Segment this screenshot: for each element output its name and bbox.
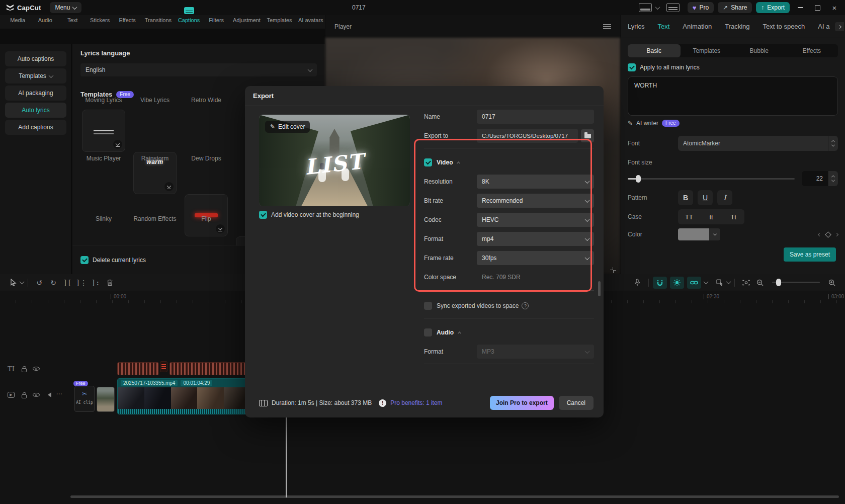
zoom-in-icon[interactable] (825, 277, 839, 289)
preview-cursor-icon[interactable] (713, 277, 727, 289)
tab-tracking[interactable]: Tracking (725, 23, 749, 30)
more-options-icon[interactable]: ⋯ (54, 389, 64, 399)
caption-clip[interactable] (170, 362, 251, 375)
checkbox-checked-icon[interactable] (259, 211, 267, 219)
delete-current-lyrics-label: Delete current lyrics (93, 257, 146, 264)
sidebar-item-templates[interactable]: Templates (5, 68, 66, 83)
edit-cover-button[interactable]: ✎ Edit cover (265, 121, 310, 133)
subtab-templates[interactable]: Templates (681, 44, 733, 57)
underline-button[interactable]: U (698, 190, 713, 205)
link-dropdown-icon[interactable] (704, 279, 709, 284)
template-card[interactable] (82, 110, 125, 152)
subtab-effects[interactable]: Effects (786, 44, 838, 57)
name-input[interactable]: 0717 (477, 110, 594, 124)
ai-writer-button[interactable]: ✎ AI writer Free (628, 120, 680, 127)
audio-format-row: Format MP3 (424, 345, 594, 359)
maximize-button[interactable] (811, 0, 824, 15)
redo-icon[interactable]: ↻ (46, 277, 60, 289)
tab-lyrics[interactable]: Lyrics (628, 23, 644, 30)
tab-ai-avatars[interactable]: AI a (818, 23, 829, 30)
player-menu-icon[interactable] (603, 24, 611, 29)
add-cover-row: Add video cover at the beginning (259, 211, 359, 219)
export-button[interactable]: ↑ Export (756, 2, 790, 13)
select-tool-icon[interactable] (6, 277, 20, 289)
zoom-out-icon[interactable] (753, 277, 767, 289)
video-clip[interactable]: 20250717-103355.mp4 00:01:04:29 (117, 378, 251, 414)
auto-split-icon[interactable] (670, 277, 684, 289)
menu-button[interactable]: Menu (50, 2, 81, 13)
link-clips-icon[interactable] (687, 277, 701, 289)
slider-handle[interactable] (776, 279, 781, 286)
case-lower-button[interactable]: tt (700, 209, 722, 224)
checkbox-unchecked-icon[interactable] (424, 302, 432, 310)
checkbox-checked-icon[interactable] (628, 63, 636, 71)
subtab-basic[interactable]: Basic (628, 44, 681, 57)
save-as-preset-button[interactable]: Save as preset (784, 247, 836, 262)
sidebar-item-ai-packaging[interactable]: AI packaging (5, 86, 66, 101)
split-right-icon[interactable]: ]: (89, 277, 103, 289)
font-stepper[interactable] (828, 136, 838, 151)
font-select[interactable]: AtomicMarker (678, 136, 828, 151)
tabs-overflow-button[interactable] (835, 22, 844, 31)
preview-dropdown-icon[interactable] (726, 279, 731, 284)
tab-text-to-speech[interactable]: Text to speech (763, 23, 805, 30)
sidebar-item-add-captions[interactable]: Add captions (5, 120, 66, 135)
cancel-button[interactable]: Cancel (559, 396, 594, 410)
minimize-button[interactable] (794, 0, 807, 15)
caption-clip[interactable] (117, 362, 159, 375)
split-left-icon[interactable]: ]⋮ (74, 277, 89, 289)
export-label: Export (767, 4, 785, 11)
font-size-stepper[interactable] (828, 171, 838, 186)
timeline-zoom-slider[interactable] (772, 282, 820, 283)
layout-toggle-icon[interactable] (639, 3, 652, 12)
dialog-scrollbar[interactable] (598, 281, 601, 296)
slider-handle[interactable] (636, 175, 641, 183)
lyric-text-input[interactable]: WORTH (628, 76, 838, 116)
tab-text[interactable]: Text (657, 23, 669, 30)
subtab-bubble[interactable]: Bubble (733, 44, 786, 57)
checkbox-checked-icon[interactable] (80, 256, 89, 264)
close-button[interactable]: × (828, 0, 841, 15)
collapse-icon[interactable] (458, 331, 461, 335)
share-label: Share (731, 4, 747, 11)
magnet-snapping-icon[interactable] (653, 277, 667, 289)
pro-benefits-link[interactable]: Pro benefits: 1 item (390, 399, 442, 406)
visibility-icon[interactable] (31, 390, 41, 400)
panel-toggle-icon[interactable] (666, 3, 680, 12)
font-size-value-box[interactable]: 22 (802, 171, 828, 186)
lock-icon[interactable] (19, 390, 29, 400)
next-keyframe-icon[interactable] (835, 232, 838, 236)
record-voiceover-icon[interactable] (630, 277, 644, 289)
visibility-icon[interactable] (31, 364, 41, 374)
checkbox-unchecked-icon[interactable] (424, 328, 432, 337)
ai-clip-thumbnail[interactable]: ✂ AI clip (74, 386, 95, 412)
mute-icon[interactable] (43, 390, 53, 400)
keyframe-diamond-icon[interactable] (825, 231, 831, 238)
case-title-button[interactable]: Tt (722, 209, 744, 224)
undo-icon[interactable]: ↺ (32, 277, 46, 289)
italic-button[interactable]: I (717, 190, 732, 205)
color-dropdown[interactable] (709, 228, 720, 240)
split-icon[interactable]: ][ (60, 277, 74, 289)
tab-animation[interactable]: Animation (683, 23, 712, 30)
add-cover-label: Add video cover at the beginning (271, 211, 359, 218)
font-size-slider[interactable] (628, 178, 795, 180)
share-button[interactable]: ↗ Share (718, 2, 752, 13)
help-icon[interactable]: ? (522, 302, 529, 309)
lock-icon[interactable] (19, 364, 29, 374)
select-tool-dropdown-icon[interactable] (20, 279, 25, 284)
sidebar-item-auto-lyrics[interactable]: Auto lyrics (5, 103, 66, 118)
color-swatch[interactable] (678, 228, 709, 240)
cover-thumbnail[interactable] (97, 387, 115, 412)
pro-button[interactable]: ♥ Pro (688, 2, 714, 13)
join-pro-button[interactable]: Join Pro to export (490, 396, 554, 410)
preview-frame-icon[interactable] (739, 277, 753, 289)
language-select[interactable]: English (80, 63, 317, 76)
delete-icon[interactable] (103, 277, 117, 289)
horizontal-scrollbar[interactable] (70, 495, 839, 498)
prev-keyframe-icon[interactable] (818, 232, 821, 236)
case-upper-button[interactable]: TT (678, 209, 700, 224)
sidebar-item-auto-captions[interactable]: Auto captions (5, 51, 66, 66)
bold-button[interactable]: B (678, 190, 693, 205)
chevron-down-icon[interactable] (655, 5, 660, 10)
